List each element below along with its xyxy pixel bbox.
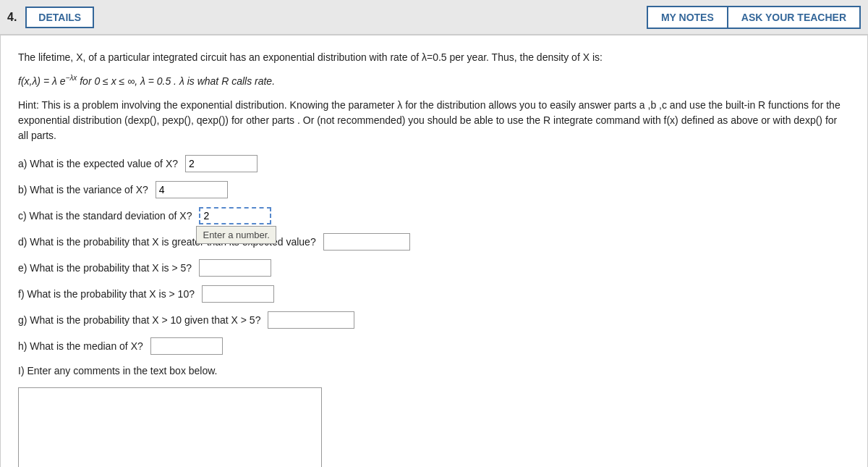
question-b-row: b) What is the variance of X? [18, 181, 850, 198]
question-g-label: g) What is the probability that X > 10 g… [18, 313, 260, 328]
question-e-input[interactable] [199, 259, 271, 277]
question-number: 4. [7, 11, 17, 24]
question-i-textarea[interactable] [18, 387, 322, 467]
question-c-row: c) What is the standard deviation of X? … [18, 207, 850, 224]
question-f-input[interactable] [202, 285, 274, 303]
question-c-label: c) What is the standard deviation of X? [18, 209, 192, 224]
question-i-label: I) Enter any comments in the text box be… [18, 363, 217, 379]
question-g-row: g) What is the probability that X > 10 g… [18, 311, 850, 329]
question-e-label: e) What is the probability that X is > 5… [18, 261, 192, 276]
question-f-row: f) What is the probability that X is > 1… [18, 285, 850, 303]
question-g-input[interactable] [268, 311, 354, 329]
question-c-input[interactable] [199, 207, 271, 224]
formula-line: f(x,λ) = λ e−λx for 0 ≤ x ≤ ∞, λ = 0.5 .… [18, 72, 850, 89]
ask-teacher-button[interactable]: ASK YOUR TEACHER [727, 6, 861, 29]
question-i-row: I) Enter any comments in the text box be… [18, 363, 850, 467]
top-bar: 4. DETAILS MY NOTES ASK YOUR TEACHER [0, 0, 868, 35]
question-d-input[interactable] [323, 233, 410, 251]
tooltip-box: Enter a number. [196, 226, 276, 244]
question-a-input[interactable] [185, 155, 258, 172]
question-h-row: h) What is the median of X? [18, 337, 850, 355]
question-h-input[interactable] [150, 337, 223, 355]
question-b-input[interactable] [156, 181, 228, 198]
question-f-label: f) What is the probability that X is > 1… [18, 287, 195, 302]
question-h-label: h) What is the median of X? [18, 339, 143, 354]
problem-intro: The lifetime, X, of a particular integra… [18, 50, 850, 65]
question-d-row: d) What is the probability that X is gre… [18, 233, 850, 251]
question-a-label: a) What is the expected value of X? [18, 156, 178, 172]
my-notes-button[interactable]: MY NOTES [647, 6, 728, 29]
details-button[interactable]: DETAILS [25, 7, 94, 28]
question-a-row: a) What is the expected value of X? [18, 155, 850, 172]
question-c-tooltip-container: Enter a number. [196, 207, 271, 224]
hint-text: Hint: This is a problem involving the ex… [18, 98, 850, 143]
question-e-row: e) What is the probability that X is > 5… [18, 259, 850, 277]
top-right-buttons: MY NOTES ASK YOUR TEACHER [647, 6, 861, 29]
content-area: The lifetime, X, of a particular integra… [0, 35, 868, 467]
question-b-label: b) What is the variance of X? [18, 182, 148, 198]
